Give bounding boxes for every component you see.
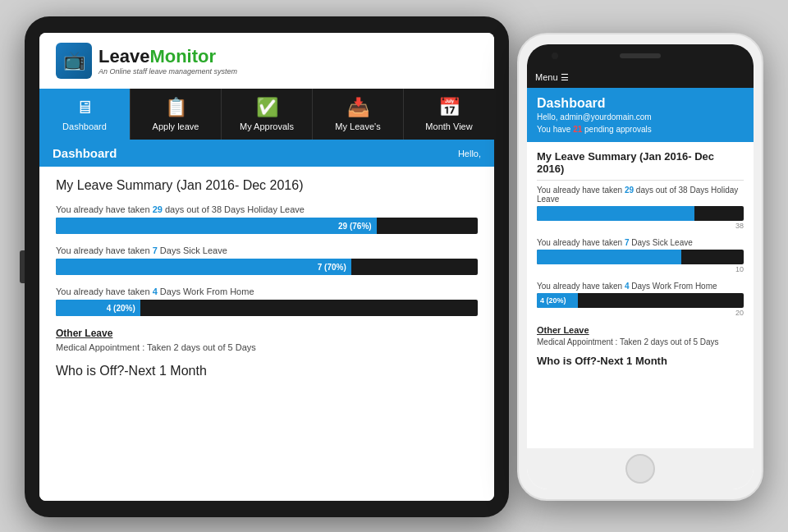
phone-leave-sick: You already have taken 7 Days Sick Leave… — [537, 238, 744, 273]
phone-device: Menu ☰ Dashboard Hello, admin@yourdomain… — [517, 33, 763, 501]
phone-pending: You have 21 pending approvals — [537, 125, 744, 134]
leave-label-sick: You already have taken 7 Days Sick Leave — [56, 245, 478, 255]
phone-body: My Leave Summary (Jan 2016- Dec 2016) Yo… — [527, 142, 754, 448]
phone-leave-label-holiday: You already have taken 29 days out of 38… — [537, 186, 744, 204]
nav-month-view-label: Month View — [425, 122, 472, 131]
phone-leave-label-sick: You already have taken 7 Days Sick Leave — [537, 238, 744, 247]
apply-leave-icon: 📋 — [165, 97, 187, 118]
progress-bar-holiday: 29 (76%) — [56, 218, 478, 234]
phone-bottom — [527, 448, 754, 489]
phone-content-header: Dashboard Hello, admin@yourdomain.com Yo… — [527, 88, 754, 142]
dashboard-icon: 🖥 — [76, 97, 94, 118]
tablet-device: 📺 LeaveMonitor An Online staff leave man… — [25, 16, 509, 517]
progress-fill-holiday: 29 (76%) — [56, 218, 377, 234]
phone-screen: Menu ☰ Dashboard Hello, admin@yourdomain… — [527, 44, 754, 489]
phone-section-title: My Leave Summary (Jan 2016- Dec 2016) — [537, 150, 744, 181]
leave-label-holiday: You already have taken 29 days out of 38… — [56, 204, 478, 214]
nav-my-leaves-label: My Leave's — [335, 122, 380, 131]
phone-hello: Hello, admin@yourdomain.com — [537, 112, 744, 122]
progress-label-holiday: 29 (76%) — [338, 222, 372, 231]
section-title: My Leave Summary (Jan 2016- Dec 2016) — [56, 178, 478, 193]
phone-progress-wfh: 4 (20%) — [537, 293, 744, 308]
approvals-icon: ✅ — [256, 97, 278, 118]
phone-leave-label-wfh: You already have taken 4 Days Work From … — [537, 282, 744, 291]
phone-home-button[interactable] — [625, 454, 655, 484]
logo-text: LeaveMonitor An Online staff leave manag… — [98, 46, 237, 76]
other-leave-text: Medical Appointment : Taken 2 days out o… — [56, 342, 478, 352]
nav-approvals-label: My Approvals — [240, 122, 294, 131]
tablet-content: Dashboard Hello, My Leave Summary (Jan 2… — [39, 140, 494, 501]
phone-progress-num-holiday: 38 — [537, 222, 744, 230]
content-header: Dashboard Hello, — [39, 140, 494, 167]
month-view-icon: 📅 — [438, 97, 460, 118]
phone-other-title: Other Leave — [537, 325, 744, 335]
phone-progress-sick — [537, 250, 744, 264]
phone-menu-bar[interactable]: Menu ☰ — [527, 67, 754, 88]
progress-label-sick: 7 (70%) — [318, 263, 346, 272]
phone-progress-holiday — [537, 206, 744, 221]
nav-dashboard[interactable]: 🖥 Dashboard — [39, 89, 131, 140]
tablet-screen: 📺 LeaveMonitor An Online staff leave man… — [39, 33, 494, 501]
other-leave-title: Other Leave — [56, 328, 478, 339]
tablet-nav: 🖥 Dashboard 📋 Apply leave ✅ My Approvals… — [39, 89, 494, 140]
phone-camera — [552, 53, 558, 59]
progress-fill-wfh: 4 (20%) — [56, 300, 140, 316]
scene: 📺 LeaveMonitor An Online staff leave man… — [0, 0, 788, 532]
logo-subtitle: An Online staff leave management system — [98, 67, 237, 76]
phone-speaker — [620, 53, 661, 58]
phone-progress-fill-holiday — [537, 206, 694, 221]
leave-item-sick: You already have taken 7 Days Sick Leave… — [56, 245, 478, 275]
phone-leave-holiday: You already have taken 29 days out of 38… — [537, 186, 744, 230]
leave-item-holiday: You already have taken 29 days out of 38… — [56, 204, 478, 234]
phone-who-off: Who is Off?-Next 1 Month — [537, 355, 744, 367]
leave-item-wfh: You already have taken 4 Days Work From … — [56, 287, 478, 316]
phone-progress-num-sick: 10 — [537, 265, 744, 273]
phone-menu-label: Menu ☰ — [535, 72, 569, 82]
nav-apply-leave[interactable]: 📋 Apply leave — [131, 89, 222, 140]
who-off-title: Who is Off?-Next 1 Month — [56, 364, 478, 378]
progress-fill-sick: 7 (70%) — [56, 259, 351, 275]
nav-month-view[interactable]: 📅 Month View — [404, 89, 494, 140]
phone-other-leave: Other Leave Medical Appointment : Taken … — [537, 325, 744, 346]
phone-progress-fill-sick — [537, 250, 681, 264]
phone-other-text: Medical Appointment : Taken 2 days out o… — [537, 337, 744, 346]
logo-area: 📺 LeaveMonitor An Online staff leave man… — [39, 33, 494, 89]
progress-bar-wfh: 4 (20%) — [56, 300, 478, 316]
logo-icon: 📺 — [63, 50, 85, 71]
content-hello: Hello, — [458, 149, 481, 158]
progress-bar-sick: 7 (70%) — [56, 259, 478, 275]
nav-my-leaves[interactable]: 📥 My Leave's — [313, 89, 404, 140]
nav-apply-leave-label: Apply leave — [153, 122, 199, 131]
phone-progress-fill-wfh: 4 (20%) — [537, 293, 578, 308]
phone-dashboard-title: Dashboard — [537, 96, 744, 111]
logo-box: 📺 — [56, 43, 92, 79]
content-title: Dashboard — [53, 146, 117, 160]
logo-title: LeaveMonitor — [98, 46, 237, 67]
phone-leave-wfh: You already have taken 4 Days Work From … — [537, 282, 744, 317]
nav-approvals[interactable]: ✅ My Approvals — [222, 89, 313, 140]
phone-top-bar — [527, 44, 754, 67]
phone-progress-num-wfh: 20 — [537, 309, 744, 317]
progress-label-wfh: 4 (20%) — [107, 304, 135, 313]
content-body: My Leave Summary (Jan 2016- Dec 2016) Yo… — [39, 167, 494, 498]
tablet-button — [20, 250, 25, 283]
my-leaves-icon: 📥 — [347, 97, 369, 118]
other-leave-section: Other Leave Medical Appointment : Taken … — [56, 328, 478, 352]
nav-dashboard-label: Dashboard — [62, 122, 107, 131]
leave-label-wfh: You already have taken 4 Days Work From … — [56, 287, 478, 296]
phone-wfh-bar-label: 4 (20%) — [540, 296, 566, 305]
